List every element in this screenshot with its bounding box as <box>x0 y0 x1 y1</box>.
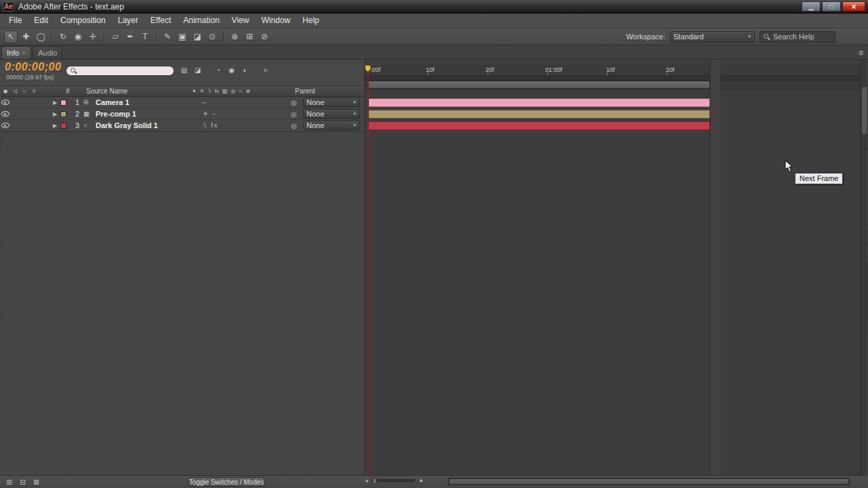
search-help-placeholder: Search Help <box>773 33 814 41</box>
motion-blur-icon[interactable]: ◐ <box>239 64 251 75</box>
scrollbar-thumb[interactable] <box>862 87 867 134</box>
rotation-tool-icon[interactable]: ↻ <box>56 30 70 43</box>
timeline-search-input[interactable] <box>66 66 174 76</box>
menu-help[interactable]: Help <box>296 14 326 28</box>
menu-edit[interactable]: Edit <box>28 14 54 28</box>
type-tool-icon[interactable]: T <box>138 30 152 43</box>
draft-3d-icon[interactable]: ◪ <box>192 64 203 75</box>
menu-file[interactable]: File <box>3 14 28 28</box>
minimize-button[interactable]: ▁ <box>802 1 821 12</box>
layer-expander[interactable]: ▶ <box>50 100 60 106</box>
layer-visibility-toggle[interactable] <box>1 111 9 117</box>
puppet-pin-tool-icon[interactable]: ⊙ <box>205 30 219 43</box>
timeline-column-header: ◉ ◁ ○ ◊ # Source Name ✦ ✳ ∖ <box>1 85 364 97</box>
timeline-zoom-slider[interactable] <box>372 479 415 482</box>
search-icon <box>764 34 770 40</box>
pan-behind-tool-icon[interactable]: ✛ <box>86 30 100 43</box>
menu-animation[interactable]: Animation <box>177 14 225 28</box>
layer-visibility-toggle[interactable] <box>1 123 9 128</box>
menu-window[interactable]: Window <box>255 14 296 28</box>
eraser-tool-icon[interactable]: ◪ <box>191 30 204 43</box>
layer-name[interactable]: Camera 1 <box>96 98 197 106</box>
layer-expander[interactable]: ▶ <box>50 111 60 117</box>
timeline-vertical-scrollbar[interactable] <box>860 60 867 475</box>
layer-visibility-toggle[interactable] <box>1 100 9 105</box>
timeline-footer: ⊞ ⊟ ⊠ Toggle Switches / Modes ▴ ▲ <box>1 475 867 488</box>
column-source-name[interactable]: Source Name <box>86 87 188 95</box>
expand-layer-pane-icon[interactable]: ⊞ <box>3 476 15 487</box>
zoom-slider-thumb[interactable] <box>372 478 377 484</box>
collapse-switch-icon: ✳ <box>200 88 205 94</box>
parent-value: None <box>307 121 324 129</box>
graph-editor-icon[interactable]: ≈ <box>260 64 271 75</box>
layer-duration-bar[interactable] <box>368 110 710 119</box>
menu-composition[interactable]: Composition <box>54 14 112 28</box>
local-axis-mode-icon[interactable]: ⊕ <box>228 30 241 43</box>
layer-row-precomp[interactable]: ▶ 2 ▦ Pre-comp 1 ✳ ‒ ◎ None ▼ <box>1 108 364 120</box>
tab-info[interactable]: Info × <box>1 46 31 59</box>
parent-pickwhip-icon[interactable]: ◎ <box>291 122 303 129</box>
brush-tool-icon[interactable]: ✎ <box>161 30 174 43</box>
zoom-out-icon[interactable]: ▴ <box>366 477 368 483</box>
layer-color-chip[interactable] <box>60 123 66 129</box>
selection-tool-icon[interactable]: ↖ <box>4 30 18 43</box>
layer-duration-bar[interactable] <box>368 98 710 107</box>
unified-camera-tool-icon[interactable]: ◉ <box>71 30 85 43</box>
hide-shy-layers-icon[interactable]: ◔ <box>212 64 224 75</box>
menu-view[interactable]: View <box>226 14 256 28</box>
layer-switches[interactable]: ✳ ‒ <box>197 110 291 117</box>
frame-blend-icon[interactable]: ◉ <box>226 64 237 75</box>
layer-row-solid[interactable]: ▶ 3 ■ Dark Gray Solid 1 ∖ fx ◎ None ▼ <box>1 120 364 131</box>
layer-name[interactable]: Pre-comp 1 <box>96 110 197 118</box>
parent-select[interactable]: None ▼ <box>303 109 360 119</box>
zoom-tool-icon[interactable]: ◯ <box>34 30 47 43</box>
mouse-cursor <box>785 160 793 173</box>
parent-pickwhip-icon[interactable]: ◎ <box>291 110 303 118</box>
frame-info-label: 00000 (29.97 fps) <box>6 74 54 81</box>
view-axis-mode-icon[interactable]: ⊘ <box>258 30 271 43</box>
close-button[interactable]: × <box>842 1 865 12</box>
menu-layer[interactable]: Layer <box>112 14 144 28</box>
close-icon[interactable]: × <box>22 49 26 57</box>
layer-expander[interactable]: ▶ <box>50 123 60 129</box>
lock-column-icon: ◊ <box>29 88 39 94</box>
search-help-input[interactable]: Search Help <box>760 31 835 43</box>
time-ruler[interactable]: :00f 10f 20f 01:00f 10f 20f <box>365 65 860 76</box>
layer-switches[interactable]: ∖ fx <box>197 122 291 129</box>
parent-pickwhip-icon[interactable]: ◎ <box>291 99 303 106</box>
toggle-switches-modes-button[interactable]: Toggle Switches / Modes <box>189 477 264 487</box>
comp-mini-flowchart-icon[interactable]: ▤ <box>178 64 190 75</box>
scrollbar-thumb[interactable] <box>450 479 848 484</box>
shrink-layer-pane-icon[interactable]: ⊟ <box>17 476 28 487</box>
comp-marker-strip[interactable] <box>365 76 860 81</box>
layer-color-chip[interactable] <box>60 111 66 117</box>
comp-flowchart-icon[interactable]: ⊠ <box>31 476 42 487</box>
menu-effect[interactable]: Effect <box>144 14 177 28</box>
layer-switches[interactable]: ‒ <box>197 99 291 106</box>
ruler-mark: :00f <box>370 66 380 73</box>
pen-tool-icon[interactable]: ✒ <box>123 30 137 43</box>
world-axis-mode-icon[interactable]: ⊞ <box>243 30 256 43</box>
panel-menu-icon[interactable]: ≡ <box>855 48 867 58</box>
layer-duration-bar[interactable] <box>368 121 710 130</box>
parent-select[interactable]: None ▼ <box>303 98 360 107</box>
parent-select[interactable]: None ▼ <box>303 121 360 130</box>
current-time-field[interactable]: 0:00:00;00 <box>5 61 61 73</box>
zoom-in-icon[interactable]: ▲ <box>418 477 424 483</box>
window-title: Adobe After Effects - text.aep <box>18 2 124 12</box>
mask-shape-tool-icon[interactable]: ▱ <box>108 30 122 43</box>
layer-name[interactable]: Dark Gray Solid 1 <box>96 121 197 129</box>
workspace-select[interactable]: Standard ▼ <box>670 31 755 43</box>
restore-button[interactable]: □ <box>822 1 841 12</box>
layer-color-chip[interactable] <box>60 100 66 106</box>
work-area-row[interactable] <box>365 81 860 89</box>
composition-layer-icon: ▦ <box>83 110 96 117</box>
timeline-horizontal-scrollbar[interactable] <box>448 478 850 485</box>
clone-stamp-tool-icon[interactable]: ▣ <box>176 30 189 43</box>
hand-tool-icon[interactable]: ✚ <box>19 30 33 43</box>
column-parent[interactable]: Parent <box>294 87 364 95</box>
after-effects-window: Ae Adobe After Effects - text.aep ▁ □ × … <box>0 0 868 488</box>
layer-row-camera[interactable]: ▶ 1 ✇ Camera 1 ‒ ◎ None ▼ <box>1 97 364 108</box>
tab-audio[interactable]: Audio <box>33 46 62 59</box>
work-area-bar[interactable] <box>368 81 710 89</box>
